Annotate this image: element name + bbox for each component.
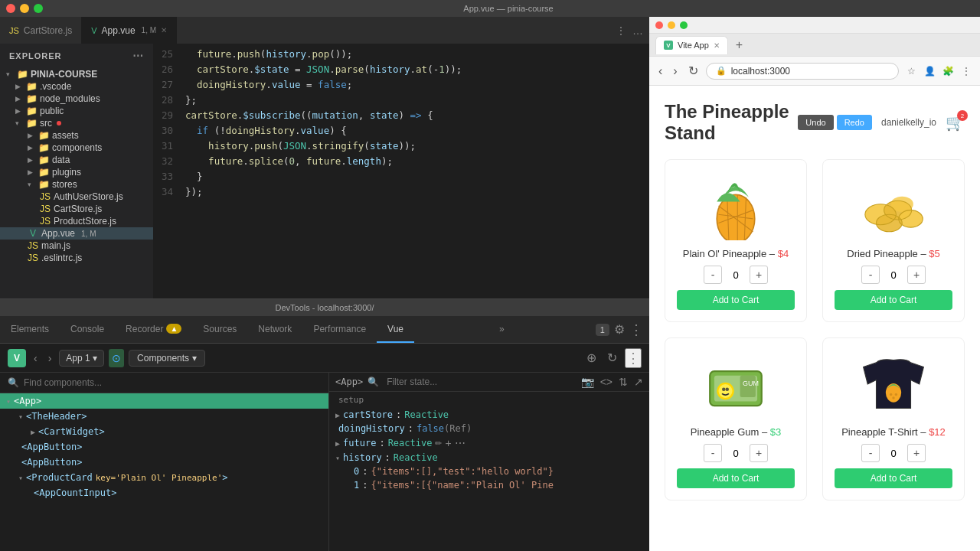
back-button[interactable]: ‹ (31, 349, 41, 367)
tab-vue[interactable]: Vue (377, 316, 414, 343)
tab-network[interactable]: Network (247, 316, 302, 343)
comp-appbutton-1[interactable]: <AppButton> (0, 439, 328, 455)
expand-arrow: ▶ (28, 132, 35, 139)
add-to-cart-button[interactable]: Add to Cart (835, 290, 952, 310)
tree-cartstore[interactable]: JS CartStore.js (0, 203, 153, 215)
tree-mainjs[interactable]: JS main.js (0, 240, 153, 252)
add-button[interactable]: + (445, 437, 451, 449)
redo-button[interactable]: Redo (837, 115, 872, 130)
minimize-btn[interactable] (20, 4, 29, 13)
devtools-more-icon[interactable]: ⋮ (629, 321, 643, 338)
state-cartstore[interactable]: ▶ cartStore : Reactive (329, 408, 649, 422)
profile-icon[interactable]: 👤 (922, 64, 937, 79)
snapshot-button[interactable]: 📷 (581, 376, 594, 388)
vite-app-tab[interactable]: V Vite App ✕ (655, 36, 728, 54)
product-controls: - 0 + (677, 266, 795, 284)
svg-point-21 (719, 384, 733, 398)
components-dropdown[interactable]: Components ▾ (129, 350, 205, 367)
tree-components[interactable]: ▶ 📁 components (0, 142, 153, 154)
maximize-btn[interactable] (680, 21, 688, 29)
code-line-28: 28 }; (153, 93, 649, 108)
tree-plugins[interactable]: ▶ 📁 plugins (0, 166, 153, 178)
expand-icon[interactable]: ▶ (335, 411, 340, 419)
settings-icon[interactable]: ⋮ (959, 64, 974, 79)
tab-recorder[interactable]: Recorder ▲ (115, 316, 192, 343)
increment-button[interactable]: + (907, 266, 926, 284)
new-tab-button[interactable]: + (731, 38, 747, 52)
back-button[interactable]: ‹ (655, 61, 665, 81)
tab-console[interactable]: Console (60, 316, 115, 343)
state-future[interactable]: ▶ future : Reactive ✏ + ⋯ (329, 435, 649, 451)
cart-icon[interactable]: 🛒 2 (946, 113, 965, 132)
devtools-settings-icon[interactable]: ⚙ (614, 322, 625, 337)
tab-sources[interactable]: Sources (192, 316, 247, 343)
explorer-more-icon[interactable]: ⋯ (132, 50, 144, 62)
edit-button[interactable]: ✏ (435, 439, 442, 448)
tree-eslintrc[interactable]: JS .eslintrc.js (0, 252, 153, 264)
minimize-btn[interactable] (668, 21, 675, 29)
tree-pinia-course[interactable]: ▾ 📁 PINIA-COURSE (0, 68, 153, 80)
expand-icon[interactable]: ▶ (335, 439, 340, 448)
refresh-button[interactable]: ↻ (604, 347, 620, 368)
increment-button[interactable]: + (907, 444, 926, 462)
state-history[interactable]: ▾ history : Reactive (329, 451, 649, 465)
decrement-button[interactable]: - (861, 266, 880, 284)
decrement-button[interactable]: - (704, 266, 722, 284)
close-btn[interactable] (6, 4, 15, 13)
state-filter-input[interactable] (387, 377, 577, 387)
more-button[interactable]: ⋯ (455, 437, 466, 449)
component-search-input[interactable] (24, 377, 321, 388)
app-selector[interactable]: App 1 ▾ (59, 350, 104, 367)
maximize-btn[interactable] (34, 4, 43, 13)
tab-close-icon[interactable]: ✕ (161, 26, 167, 34)
sort-button[interactable]: ⇅ (619, 376, 628, 388)
more-actions-icon[interactable]: … (632, 24, 643, 37)
tree-src[interactable]: ▾ 📁 src (0, 117, 153, 129)
vue-more-button[interactable]: ⋮ (625, 348, 642, 368)
tree-appvue[interactable]: V App.vue 1, M (0, 227, 153, 240)
code-editor[interactable]: 25 future.push(history.pop()); 26 cartSt… (153, 44, 649, 298)
close-tab-icon[interactable]: ✕ (714, 41, 720, 50)
close-btn[interactable] (655, 21, 663, 29)
comp-appcountinput[interactable]: <AppCountInput> (0, 485, 328, 500)
inspect-button[interactable]: ⊕ (583, 347, 599, 368)
increment-button[interactable]: + (750, 444, 768, 462)
undo-button[interactable]: Undo (798, 115, 833, 130)
bookmark-icon[interactable]: ☆ (903, 64, 919, 79)
add-to-cart-button[interactable]: Add to Cart (677, 290, 795, 310)
expand-icon[interactable]: ▾ (335, 454, 340, 462)
comp-app[interactable]: ▾ <App> (0, 393, 328, 409)
tree-node-modules[interactable]: ▶ 📁 node_modules (0, 93, 153, 105)
tree-authuserstore[interactable]: JS AuthUserStore.js (0, 191, 153, 203)
open-button[interactable]: ↗ (634, 376, 643, 388)
tab-appvue[interactable]: V App.vue 1, M ✕ (82, 17, 177, 44)
decrement-button[interactable]: - (704, 444, 722, 462)
tree-stores[interactable]: ▾ 📁 stores (0, 178, 153, 191)
increment-button[interactable]: + (750, 266, 768, 284)
comp-productcard[interactable]: ▾ <ProductCardkey='Plain Ol' Pineapple'> (0, 470, 328, 485)
split-editor-icon[interactable]: ⋮ (616, 24, 626, 37)
decrement-button[interactable]: - (861, 444, 880, 462)
add-to-cart-button[interactable]: Add to Cart (677, 468, 795, 488)
tree-data[interactable]: ▶ 📁 data (0, 154, 153, 166)
extension-icon[interactable]: 🧩 (940, 64, 956, 79)
code-button[interactable]: <> (600, 376, 612, 388)
highlight-button[interactable]: ⊙ (109, 349, 124, 367)
comp-appbutton-2[interactable]: <AppButton> (0, 455, 328, 470)
forward-button[interactable]: › (45, 349, 55, 367)
tree-productstore[interactable]: JS ProductStore.js (0, 215, 153, 227)
tree-assets[interactable]: ▶ 📁 assets (0, 129, 153, 142)
comp-cartwidget[interactable]: ▶ <CartWidget> (0, 424, 328, 439)
devtools-badge: 1 (596, 324, 609, 336)
reload-button[interactable]: ↻ (685, 60, 701, 81)
add-to-cart-button[interactable]: Add to Cart (835, 468, 952, 488)
url-bar[interactable]: 🔒 localhost:3000 (706, 63, 899, 80)
tree-public[interactable]: ▶ 📁 public (0, 105, 153, 117)
comp-theheader[interactable]: ▾ <TheHeader> (0, 409, 328, 424)
tab-more[interactable]: » (492, 316, 512, 343)
tree-vscode[interactable]: ▶ 📁 .vscode (0, 80, 153, 93)
tab-performance[interactable]: Performance (302, 316, 377, 343)
tab-elements[interactable]: Elements (0, 316, 60, 343)
forward-button[interactable]: › (670, 61, 680, 81)
tab-cartstore[interactable]: JS CartStore.js (0, 17, 82, 44)
